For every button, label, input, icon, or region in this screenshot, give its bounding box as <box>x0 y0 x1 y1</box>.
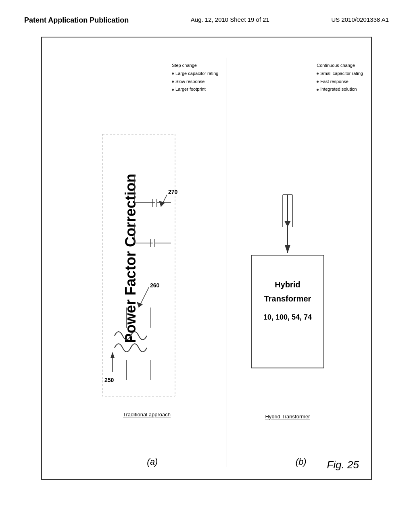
figure-box: Power Factor Correction Step change Larg… <box>41 37 372 480</box>
bullet-dot-b1 <box>317 73 319 75</box>
bullet-a-1: Large capacitor rating <box>172 70 218 78</box>
page: Patent Application Publication Aug. 12, … <box>0 0 413 532</box>
svg-text:260: 260 <box>150 282 160 289</box>
svg-marker-31 <box>285 245 290 253</box>
part-b-label: (b) <box>296 457 307 467</box>
svg-marker-35 <box>284 221 291 227</box>
svg-marker-20 <box>137 302 143 308</box>
fig-caption: Fig. 25 <box>327 459 359 471</box>
svg-marker-17 <box>111 352 115 358</box>
svg-text:Hybrid Transformer: Hybrid Transformer <box>265 414 310 420</box>
svg-text:Traditional approach: Traditional approach <box>123 411 171 418</box>
divider <box>227 58 227 467</box>
svg-rect-26 <box>251 255 324 368</box>
svg-text:250: 250 <box>104 377 114 383</box>
part-b: Continuous change Small capacitor rating… <box>239 58 363 467</box>
bullet-a-2: Slow response <box>172 78 218 86</box>
part-a: Step change Large capacitor rating Slow … <box>90 58 215 467</box>
header: Patent Application Publication Aug. 12, … <box>24 16 389 29</box>
bullet-dot-b2 <box>317 81 319 83</box>
trad-diagram-svg: Traditional approach <box>90 114 203 445</box>
header-left-title: Patent Application Publication <box>24 16 129 25</box>
bullet-dot-2 <box>172 81 174 83</box>
hybrid-diagram-svg: Hybrid Transformer Hybrid Transformer 10… <box>239 114 336 445</box>
header-center-info: Aug. 12, 2010 Sheet 19 of 21 <box>191 16 269 23</box>
annotation-a: Step change Large capacitor rating Slow … <box>172 62 218 94</box>
main-content: Power Factor Correction Step change Larg… <box>24 37 389 480</box>
bullet-a-3: Larger footprint <box>172 85 218 94</box>
annotation-a-title: Step change <box>172 62 218 70</box>
svg-text:Transformer: Transformer <box>264 294 311 303</box>
bullet-dot-3 <box>172 89 174 91</box>
svg-marker-23 <box>159 201 165 207</box>
part-a-label: (a) <box>147 457 158 467</box>
svg-text:270: 270 <box>168 189 178 195</box>
bullet-b-3: Integrated solution <box>317 85 363 94</box>
header-right-patent: US 2010/0201338 A1 <box>331 16 389 23</box>
annotation-b: Continuous change Small capacitor rating… <box>317 62 363 94</box>
bullet-dot <box>172 73 174 75</box>
annotation-b-title: Continuous change <box>317 62 363 70</box>
bullet-b-1: Small capacitor rating <box>317 70 363 78</box>
bullet-dot-b3 <box>317 89 319 91</box>
svg-text:Hybrid: Hybrid <box>275 280 300 289</box>
bullet-b-2: Fast response <box>317 78 363 86</box>
svg-text:10, 100, 54, 74: 10, 100, 54, 74 <box>263 313 311 321</box>
